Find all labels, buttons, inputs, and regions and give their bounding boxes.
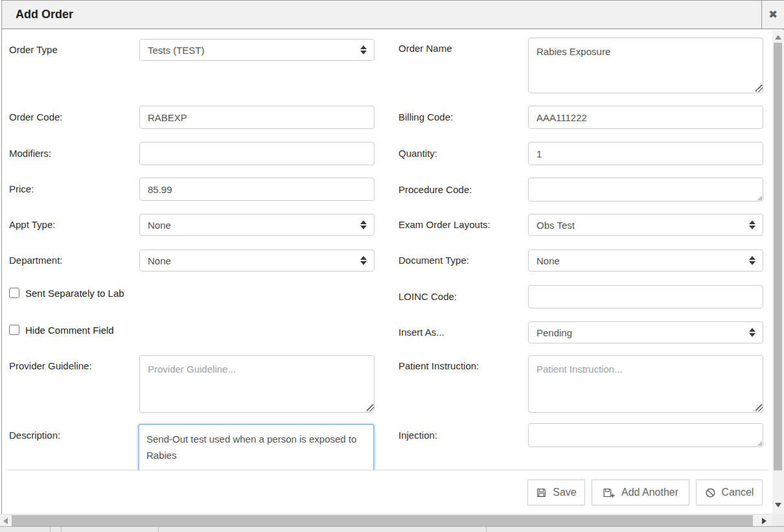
order-code-input[interactable] bbox=[139, 106, 375, 129]
hide-comment-row: Hide Comment Field bbox=[9, 323, 114, 336]
provider-guideline-textarea[interactable] bbox=[139, 355, 375, 413]
cancel-button-label: Cancel bbox=[722, 487, 754, 498]
order-name-textarea[interactable]: Rabies Exposure bbox=[528, 38, 763, 93]
up-down-caret-icon bbox=[360, 256, 367, 265]
background-page-strip bbox=[0, 526, 784, 532]
floppy-disk-icon bbox=[536, 487, 547, 498]
cancel-button[interactable]: Cancel bbox=[696, 480, 763, 505]
resize-grip-icon[interactable] bbox=[757, 195, 762, 200]
exam-order-layouts-label: Exam Order Layouts: bbox=[398, 214, 490, 236]
order-code-label: Order Code: bbox=[9, 106, 63, 129]
order-type-value: Tests (TEST) bbox=[148, 45, 205, 56]
department-label: Department: bbox=[9, 249, 63, 272]
exam-order-layouts-value: Obs Test bbox=[536, 220, 575, 231]
order-type-label: Order Type bbox=[9, 39, 58, 61]
appt-type-label: Appt Type: bbox=[9, 214, 55, 236]
scroll-left-arrow-icon[interactable] bbox=[3, 518, 8, 524]
add-order-dialog: Add Order ✖ Order Type Tests (TEST) Orde… bbox=[0, 0, 784, 532]
appt-type-select[interactable]: None bbox=[139, 214, 375, 236]
floppy-plus-icon bbox=[603, 487, 616, 498]
resize-grip-icon[interactable] bbox=[757, 441, 762, 446]
description-label: Description: bbox=[9, 424, 60, 446]
hide-comment-checkbox[interactable] bbox=[9, 325, 19, 335]
description-textarea[interactable]: Send-Out test used when a person is expo… bbox=[138, 424, 375, 470]
price-input[interactable] bbox=[139, 178, 375, 201]
up-down-caret-icon bbox=[749, 256, 755, 265]
modal-left-border bbox=[1, 0, 2, 526]
quantity-input[interactable] bbox=[528, 142, 763, 165]
insert-as-select[interactable]: Pending bbox=[528, 321, 763, 343]
resize-grip-icon[interactable] bbox=[755, 404, 763, 411]
department-select[interactable]: None bbox=[139, 249, 375, 272]
scrollbar-corner bbox=[772, 514, 784, 526]
horizontal-scrollbar-thumb[interactable] bbox=[12, 515, 753, 526]
sent-separately-checkbox[interactable] bbox=[9, 288, 19, 298]
price-label: Price: bbox=[9, 178, 34, 201]
sent-separately-row: Sent Separately to Lab bbox=[9, 286, 124, 299]
dialog-header: Add Order ✖ bbox=[2, 1, 784, 29]
loinc-code-input[interactable] bbox=[528, 285, 763, 308]
injection-textarea[interactable] bbox=[528, 423, 763, 447]
quantity-label: Quantity: bbox=[398, 142, 437, 165]
modifiers-input[interactable] bbox=[139, 142, 375, 165]
up-down-caret-icon bbox=[749, 220, 755, 229]
scroll-down-arrow-icon[interactable] bbox=[775, 503, 781, 507]
horizontal-scrollbar[interactable] bbox=[0, 514, 772, 526]
loinc-code-label: LOINC Code: bbox=[398, 285, 457, 308]
billing-code-label: Billing Code: bbox=[398, 106, 453, 129]
save-button[interactable]: Save bbox=[527, 480, 585, 505]
up-down-caret-icon bbox=[749, 328, 755, 337]
add-another-button[interactable]: Add Another bbox=[592, 480, 689, 505]
add-another-button-label: Add Another bbox=[621, 487, 678, 498]
close-icon[interactable]: ✖ bbox=[761, 1, 784, 29]
insert-as-label: Insert As... bbox=[398, 321, 444, 343]
procedure-code-label: Procedure Code: bbox=[398, 178, 472, 202]
up-down-caret-icon bbox=[360, 45, 367, 54]
billing-code-input[interactable] bbox=[528, 106, 763, 129]
save-button-label: Save bbox=[553, 487, 576, 498]
injection-label: Injection: bbox=[398, 423, 437, 447]
modifiers-label: Modifiers: bbox=[9, 142, 51, 165]
scroll-right-arrow-icon[interactable] bbox=[762, 518, 767, 524]
document-type-label: Document Type: bbox=[398, 249, 469, 272]
patient-instruction-label: Patient Instruction: bbox=[398, 355, 479, 377]
document-type-select[interactable]: None bbox=[528, 249, 763, 272]
procedure-code-textarea[interactable] bbox=[528, 178, 763, 202]
order-name-label: Order Name bbox=[398, 38, 452, 60]
up-down-caret-icon bbox=[360, 220, 367, 229]
ban-circle-icon bbox=[705, 487, 716, 498]
provider-guideline-label: Provider Guideline: bbox=[9, 355, 92, 377]
vertical-scrollbar-thumb[interactable] bbox=[774, 43, 782, 470]
scroll-up-arrow-icon[interactable] bbox=[775, 35, 781, 40]
description-field-clip: Send-Out test used when a person is expo… bbox=[135, 422, 378, 470]
insert-as-value: Pending bbox=[536, 327, 572, 338]
document-type-value: None bbox=[536, 255, 560, 266]
sent-separately-label: Sent Separately to Lab bbox=[25, 288, 124, 299]
order-type-select[interactable]: Tests (TEST) bbox=[139, 39, 375, 61]
appt-type-value: None bbox=[148, 220, 171, 231]
department-value: None bbox=[148, 255, 171, 266]
resize-grip-icon[interactable] bbox=[755, 85, 763, 92]
footer-divider bbox=[8, 470, 768, 470]
resize-grip-icon[interactable] bbox=[367, 404, 374, 411]
vertical-scrollbar[interactable] bbox=[772, 30, 784, 514]
hide-comment-label: Hide Comment Field bbox=[25, 325, 114, 336]
patient-instruction-textarea[interactable] bbox=[528, 355, 763, 413]
dialog-title: Add Order bbox=[2, 8, 73, 21]
exam-order-layouts-select[interactable]: Obs Test bbox=[528, 214, 763, 236]
